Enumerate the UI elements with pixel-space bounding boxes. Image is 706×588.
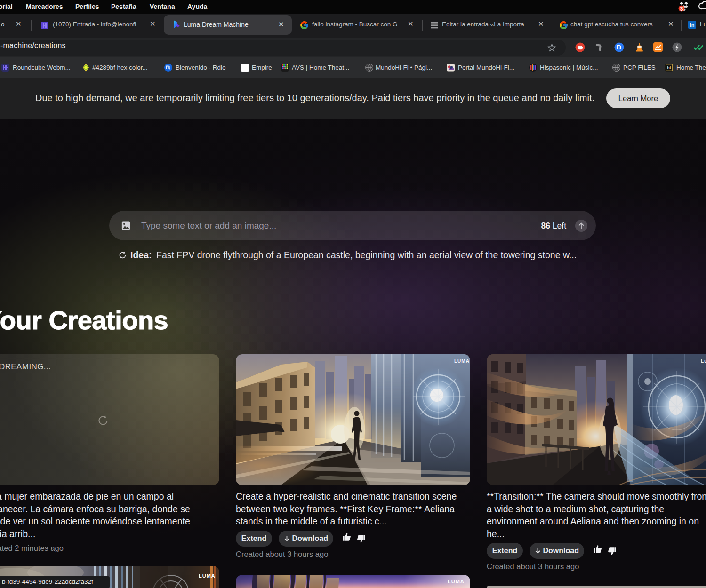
svg-text:in: in xyxy=(690,22,695,28)
svg-text:ht: ht xyxy=(667,65,671,70)
svg-text:3: 3 xyxy=(680,6,683,12)
